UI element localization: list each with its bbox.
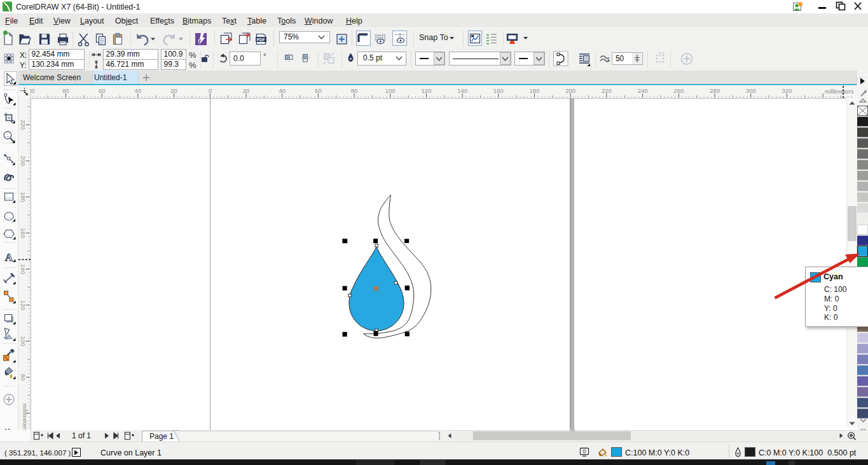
svg-text:40: 40 xyxy=(135,87,142,94)
svg-text:100: 100 xyxy=(20,336,27,346)
svg-text:220: 220 xyxy=(20,120,27,130)
svg-text:60: 60 xyxy=(99,87,106,94)
svg-text:120: 120 xyxy=(20,300,27,310)
svg-text:40: 40 xyxy=(279,87,286,94)
svg-text:140: 140 xyxy=(457,87,467,94)
svg-text:A: A xyxy=(5,251,13,263)
svg-text:260: 260 xyxy=(673,87,684,94)
svg-text:100: 100 xyxy=(30,87,35,94)
svg-text:20: 20 xyxy=(170,87,177,94)
svg-text:160: 160 xyxy=(493,87,504,94)
svg-text:320: 320 xyxy=(782,87,792,94)
svg-text:180: 180 xyxy=(530,87,540,94)
svg-text:1 of 1: 1 of 1 xyxy=(72,431,91,440)
svg-text:60: 60 xyxy=(315,87,322,94)
svg-text:20: 20 xyxy=(243,87,250,94)
svg-text:240: 240 xyxy=(638,87,648,94)
svg-text:PDF: PDF xyxy=(257,38,265,42)
svg-text:180: 180 xyxy=(20,191,27,202)
svg-text:80: 80 xyxy=(20,373,27,380)
svg-text:220: 220 xyxy=(602,87,612,94)
svg-text:80: 80 xyxy=(351,87,358,94)
svg-text:100: 100 xyxy=(385,87,396,94)
svg-text:280: 280 xyxy=(710,87,720,94)
svg-text:160: 160 xyxy=(20,228,27,238)
svg-text:200: 200 xyxy=(565,87,575,94)
svg-text:0: 0 xyxy=(209,87,212,94)
svg-text:80: 80 xyxy=(62,87,69,94)
svg-text:200: 200 xyxy=(20,155,27,165)
svg-text:120: 120 xyxy=(422,87,432,94)
svg-text:140: 140 xyxy=(20,264,27,274)
svg-text:300: 300 xyxy=(746,87,756,94)
